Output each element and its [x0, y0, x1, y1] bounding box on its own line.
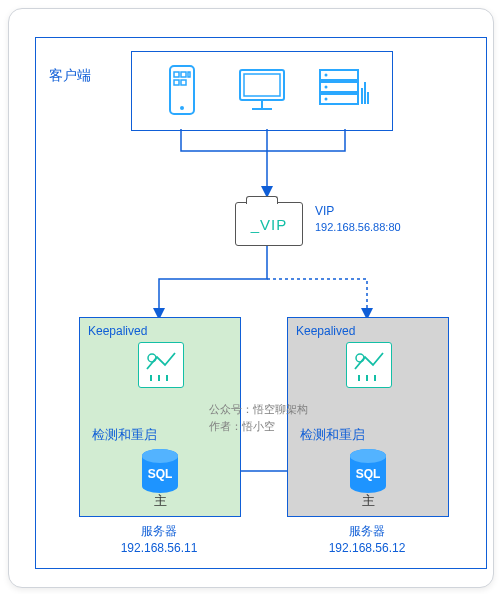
credit-text: 公众号：悟空聊架构 作者：悟小空 [209, 401, 308, 434]
svg-text:SQL: SQL [148, 467, 173, 481]
diagram-card: 客户端 [8, 8, 494, 588]
svg-rect-3 [181, 72, 186, 77]
server-label: 服务器 [141, 524, 177, 538]
standby-ip: 192.168.56.12 [329, 541, 406, 555]
svg-point-16 [325, 98, 328, 101]
vip-address: 192.168.56.88:80 [315, 221, 401, 233]
primary-ip: 192.168.56.11 [121, 541, 198, 555]
server-label: 服务器 [349, 524, 385, 538]
master-label-primary: 主 [80, 492, 240, 510]
sql-database-icon-standby: SQL [346, 448, 390, 494]
credit-line1: 公众号：悟空聊架构 [209, 403, 308, 415]
keepalived-label-standby: Keepalived [296, 324, 355, 338]
vip-title: VIP [315, 204, 334, 218]
svg-point-25 [142, 449, 178, 463]
svg-point-14 [325, 74, 328, 77]
svg-rect-17 [361, 88, 363, 104]
check-restart-label-standby: 检测和重启 [300, 426, 365, 444]
standby-server-box: Keepalived 检测和重启 SQL 主 [287, 317, 449, 517]
credit-line2: 作者：悟小空 [209, 420, 275, 432]
svg-point-15 [325, 86, 328, 89]
vip-text: _VIP [251, 216, 288, 233]
svg-rect-19 [367, 92, 369, 104]
svg-rect-4 [188, 72, 190, 77]
server-rack-icon [314, 62, 370, 118]
keepalived-label-primary: Keepalived [88, 324, 147, 338]
desktop-icon [234, 62, 290, 118]
clients-box [131, 51, 393, 131]
svg-text:SQL: SQL [356, 467, 381, 481]
mobile-icon [154, 62, 210, 118]
svg-rect-2 [174, 72, 179, 77]
standby-server-caption: 服务器 192.168.56.12 [287, 523, 447, 557]
vip-node: _VIP [235, 202, 303, 246]
svg-rect-5 [174, 80, 179, 85]
primary-server-caption: 服务器 192.168.56.11 [79, 523, 239, 557]
check-restart-label-primary: 检测和重启 [92, 426, 157, 444]
client-label: 客户端 [49, 67, 91, 85]
svg-point-32 [350, 449, 386, 463]
svg-rect-6 [181, 80, 186, 85]
svg-point-1 [180, 106, 184, 110]
master-label-standby: 主 [288, 492, 448, 510]
sql-database-icon-primary: SQL [138, 448, 182, 494]
svg-rect-8 [244, 74, 280, 96]
monitor-icon-standby [346, 342, 392, 388]
svg-rect-18 [364, 82, 366, 104]
monitor-icon-primary [138, 342, 184, 388]
